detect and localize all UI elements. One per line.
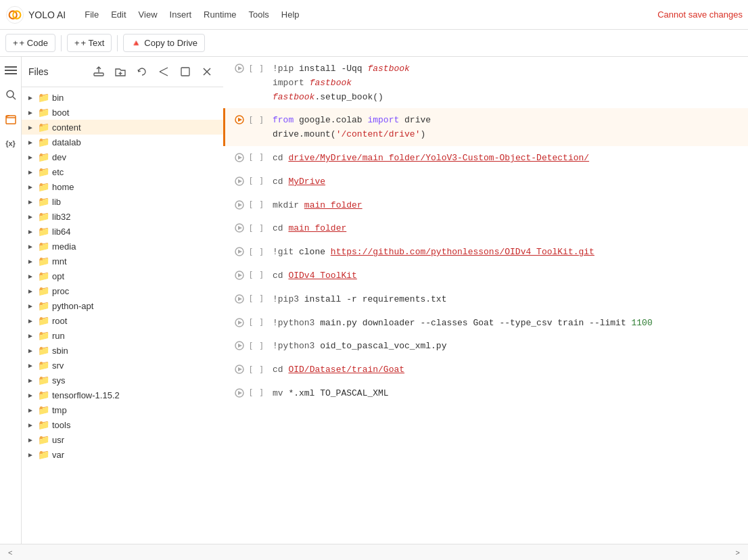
cell-bracket: [ ] xyxy=(248,115,264,125)
run-cell-button[interactable] xyxy=(233,340,246,352)
sidebar-outer: {x} Files xyxy=(0,57,223,544)
tree-item-sbin[interactable]: ►📁sbin xyxy=(22,343,223,358)
cell-cell9[interactable]: [ ]!pip3 install -r requirements.txt xyxy=(223,287,748,311)
code-line: drive.mount('/content/drive') xyxy=(273,128,740,142)
tree-item-root[interactable]: ►📁root xyxy=(22,313,223,328)
run-cell-button[interactable] xyxy=(233,175,246,187)
tree-item-tensorflow-1.15.2[interactable]: ►📁tensorflow-1.15.2 xyxy=(22,388,223,402)
menu-runtime[interactable]: Runtime xyxy=(198,7,241,22)
bottom-left-label[interactable]: < xyxy=(8,549,12,557)
hide-sidebar-button[interactable] xyxy=(154,62,173,81)
code-line: !pip3 install -r requirements.txt xyxy=(273,293,740,307)
search-icon[interactable] xyxy=(3,87,19,103)
tree-item-opt[interactable]: ►📁opt xyxy=(22,269,223,283)
cell-bracket: [ ] xyxy=(248,176,264,186)
cell-content: !python3 main.py downloader --classes Go… xyxy=(267,315,740,331)
tree-item-tools[interactable]: ►📁tools xyxy=(22,417,223,432)
run-cell-button[interactable] xyxy=(233,114,246,126)
tree-item-home[interactable]: ►📁home xyxy=(22,179,223,194)
sidebar-header: Files xyxy=(22,57,223,87)
files-icon[interactable] xyxy=(3,111,19,127)
chevron-icon: ► xyxy=(27,154,35,161)
tree-item-label: tools xyxy=(52,420,70,430)
tree-item-var[interactable]: ►📁var xyxy=(22,447,223,462)
svg-marker-30 xyxy=(238,250,242,254)
svg-marker-38 xyxy=(238,344,242,348)
run-cell-button[interactable] xyxy=(233,62,246,74)
tree-item-srv[interactable]: ►📁srv xyxy=(22,358,223,373)
tree-item-proc[interactable]: ►📁proc xyxy=(22,283,223,298)
run-cell-button[interactable] xyxy=(233,363,246,375)
cell-content: cd OIDv4_ToolKit xyxy=(267,268,740,283)
code-line: !python3 oid_to_pascal_voc_xml.py xyxy=(273,340,740,354)
folder-icon: 📁 xyxy=(38,345,49,356)
chevron-icon: ► xyxy=(27,109,35,116)
upload-file-button[interactable] xyxy=(89,62,108,81)
run-cell-button[interactable] xyxy=(233,199,246,211)
tree-item-sys[interactable]: ►📁sys xyxy=(22,373,223,388)
folder-icon: 📁 xyxy=(38,256,49,266)
copy-to-drive-button[interactable]: 🔺 Copy to Drive xyxy=(123,34,205,52)
add-code-button[interactable]: + + Code xyxy=(5,34,55,52)
tree-item-lib32[interactable]: ►📁lib32 xyxy=(22,209,223,224)
chevron-icon: ► xyxy=(27,213,35,220)
tree-item-content[interactable]: ►📁content xyxy=(22,120,223,135)
svg-rect-14 xyxy=(181,68,189,76)
run-cell-button[interactable] xyxy=(233,151,246,164)
cell-cell10[interactable]: [ ]!python3 main.py downloader --classes… xyxy=(223,311,748,335)
cell-cell13[interactable]: [ ]mv *.xml TO_PASCAL_XML xyxy=(223,381,748,405)
cannot-save-message[interactable]: Cannot save changes xyxy=(657,9,743,20)
tree-item-lib64[interactable]: ►📁lib64 xyxy=(22,224,223,239)
menu-insert[interactable]: Insert xyxy=(164,7,197,22)
run-cell-button[interactable] xyxy=(233,387,246,399)
cell-cell3[interactable]: [ ]cd drive/MyDrive/main_folder/YoloV3-C… xyxy=(223,146,748,170)
tree-item-label: python-apt xyxy=(52,301,93,311)
tree-item-datalab[interactable]: ►📁datalab xyxy=(22,135,223,149)
cell-cell4[interactable]: [ ]cd MyDrive xyxy=(223,170,748,193)
cell-cell11[interactable]: [ ]!python3 oid_to_pascal_voc_xml.py xyxy=(223,334,748,358)
run-cell-button[interactable] xyxy=(233,293,246,305)
tree-item-python-apt[interactable]: ►📁python-apt xyxy=(22,298,223,313)
refresh-button[interactable] xyxy=(133,62,151,81)
new-folder-button[interactable] xyxy=(111,62,130,81)
cell-cell8[interactable]: [ ]cd OIDv4_ToolKit xyxy=(223,264,748,287)
run-cell-button[interactable] xyxy=(233,222,246,234)
cell-content: cd MyDrive xyxy=(267,174,740,189)
hamburger-menu-icon[interactable] xyxy=(3,62,19,78)
cell-cell2[interactable]: [ ]from google.colab import drivedrive.m… xyxy=(223,108,748,146)
cell-bracket: [ ] xyxy=(248,223,264,233)
left-icon-column: {x} xyxy=(0,57,22,544)
tree-item-lib[interactable]: ►📁lib xyxy=(22,194,223,209)
cell-cell1[interactable]: [ ]!pip install -Uqq fastbookimport fast… xyxy=(223,57,748,108)
code-line: from google.colab import drive xyxy=(273,114,740,128)
cell-gutter: [ ] xyxy=(233,61,267,74)
tree-item-mnt[interactable]: ►📁mnt xyxy=(22,254,223,269)
bottom-right-label[interactable]: > xyxy=(736,549,740,557)
tree-item-dev[interactable]: ►📁dev xyxy=(22,149,223,164)
tree-item-run[interactable]: ►📁run xyxy=(22,328,223,343)
tree-item-tmp[interactable]: ►📁tmp xyxy=(22,402,223,417)
run-cell-button[interactable] xyxy=(233,246,246,258)
tree-item-usr[interactable]: ►📁usr xyxy=(22,432,223,447)
menu-file[interactable]: File xyxy=(79,7,104,22)
run-cell-button[interactable] xyxy=(233,269,246,281)
minimize-sidebar-button[interactable] xyxy=(176,62,195,81)
chevron-icon: ► xyxy=(27,124,35,131)
tree-item-media[interactable]: ►📁media xyxy=(22,239,223,254)
cell-cell12[interactable]: [ ]cd OID/Dataset/train/Goat xyxy=(223,358,748,381)
variable-icon[interactable]: {x} xyxy=(3,135,19,151)
close-sidebar-button[interactable] xyxy=(197,62,216,81)
menu-help[interactable]: Help xyxy=(276,7,305,22)
tree-item-boot[interactable]: ►📁boot xyxy=(22,105,223,120)
menu-view[interactable]: View xyxy=(133,7,163,22)
run-cell-button[interactable] xyxy=(233,317,246,329)
menu-tools[interactable]: Tools xyxy=(243,7,275,22)
tree-item-bin[interactable]: ►📁bin xyxy=(22,90,223,105)
menu-edit[interactable]: Edit xyxy=(106,7,131,22)
cell-cell7[interactable]: [ ]!git clone https://github.com/pythonl… xyxy=(223,240,748,264)
cell-cell5[interactable]: [ ]mkdir main_folder xyxy=(223,193,748,217)
cell-cell6[interactable]: [ ]cd main_folder xyxy=(223,216,748,240)
tree-item-etc[interactable]: ►📁etc xyxy=(22,164,223,179)
cell-gutter: [ ] xyxy=(233,386,267,399)
add-text-button[interactable]: + + Text xyxy=(67,34,112,52)
